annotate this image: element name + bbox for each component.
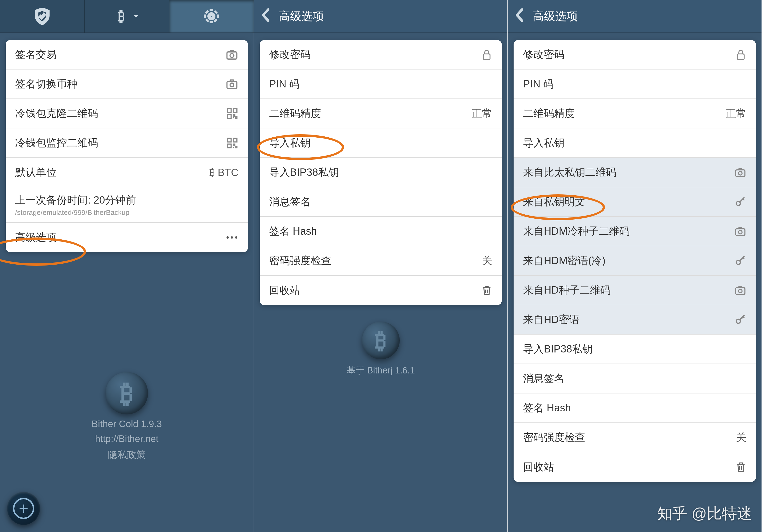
- row-qr-precision[interactable]: 二维码精度 正常: [513, 99, 756, 128]
- row-value: 关: [736, 431, 746, 444]
- row-cold-monitor-qr[interactable]: 冷钱包监控二维码: [6, 128, 248, 158]
- svg-rect-20: [736, 229, 745, 235]
- row-recycle-bin[interactable]: 回收站: [260, 276, 502, 305]
- svg-rect-9: [227, 138, 231, 142]
- svg-point-5: [230, 83, 234, 87]
- row-sign-hash[interactable]: 签名 Hash: [513, 393, 756, 423]
- svg-point-12: [226, 236, 229, 239]
- key-icon: [734, 255, 746, 267]
- svg-rect-8: [227, 114, 231, 118]
- row-label: 导入BIP38私钥: [523, 342, 593, 356]
- svg-rect-15: [484, 54, 490, 60]
- row-label: 签名切换币种: [15, 77, 77, 91]
- svg-rect-16: [737, 54, 744, 60]
- row-label: 密码强度检查: [523, 431, 585, 444]
- svg-point-24: [738, 289, 742, 293]
- key-icon: [734, 313, 746, 326]
- row-label: 默认单位: [15, 166, 56, 179]
- row-msg-sign[interactable]: 消息签名: [513, 364, 756, 393]
- camera-icon: [734, 225, 746, 237]
- row-label: 回收站: [523, 460, 554, 474]
- privacy-link[interactable]: 隐私政策: [108, 448, 146, 461]
- row-label: 回收站: [269, 284, 300, 297]
- camera-icon: [225, 48, 239, 61]
- row-change-password[interactable]: 修改密码: [513, 40, 756, 70]
- row-label: 来自比太私钥二维码: [523, 166, 616, 179]
- row-value: 关: [482, 254, 493, 268]
- row-pw-strength[interactable]: 密码强度检查 关: [513, 423, 756, 452]
- svg-rect-7: [233, 108, 237, 112]
- fab-add[interactable]: +: [7, 492, 40, 525]
- row-label: 修改密码: [523, 47, 565, 61]
- camera-icon: [225, 78, 239, 91]
- row-cold-clone-qr[interactable]: 冷钱包克隆二维码: [6, 99, 248, 128]
- row-import-bip38[interactable]: 导入BIP38私钥: [513, 335, 756, 364]
- row-label: 来自HDM冷种子二维码: [523, 224, 630, 238]
- row-from-hdm-phrase[interactable]: 来自HDM密语(冷): [513, 246, 756, 276]
- advanced-card: 修改密码 PIN 码 二维码精度 正常 导入私钥 导入BIP38私钥 消息签名 …: [260, 40, 502, 305]
- row-last-backup[interactable]: 上一次备份时间: 20分钟前 /storage/emulated/999/Bit…: [6, 187, 248, 223]
- row-pw-strength[interactable]: 密码强度检查 关: [260, 246, 502, 276]
- row-pin[interactable]: PIN 码: [260, 70, 502, 99]
- svg-point-1: [209, 14, 213, 18]
- tab-shield[interactable]: [0, 0, 85, 33]
- row-label: 密码强度检查: [269, 254, 332, 268]
- row-import-privkey[interactable]: 导入私钥: [260, 128, 502, 158]
- row-from-privkey-text[interactable]: 来自私钥明文: [513, 187, 756, 217]
- row-recycle-bin[interactable]: 回收站: [513, 452, 756, 482]
- footer-info-2: ₿ 基于 Bitherj 1.6.1: [358, 322, 403, 376]
- row-sign-tx[interactable]: 签名交易: [6, 40, 248, 70]
- watermark: 知乎 @比特迷: [657, 503, 752, 524]
- row-from-hd-phrase[interactable]: 来自HD密语: [513, 305, 756, 335]
- svg-text:₿: ₿: [117, 9, 125, 24]
- app-name: Bither Cold 1.9.3: [92, 419, 162, 429]
- row-label: PIN 码: [269, 77, 300, 91]
- row-label: PIN 码: [523, 77, 554, 91]
- row-default-unit[interactable]: 默认单位 ₿ BTC: [6, 158, 248, 187]
- row-import-privkey[interactable]: 导入私钥: [513, 128, 756, 158]
- pane-advanced-expanded: 高级选项 修改密码 PIN 码 二维码精度 正常 导入私钥 来自比太私钥二维码 …: [508, 0, 762, 532]
- row-label: 上一次备份时间: 20分钟前: [15, 193, 136, 207]
- row-pin[interactable]: PIN 码: [513, 70, 756, 99]
- row-from-hdm-seed-qr[interactable]: 来自HDM冷种子二维码: [513, 217, 756, 246]
- svg-point-18: [738, 171, 742, 175]
- page-title: 高级选项: [533, 9, 578, 24]
- row-advanced[interactable]: 高级选项: [6, 223, 248, 252]
- row-label: 来自HD种子二维码: [523, 283, 611, 297]
- svg-rect-11: [227, 144, 231, 148]
- tab-settings-gear[interactable]: [169, 0, 254, 33]
- row-value: ₿ BTC: [209, 166, 238, 178]
- subheader: 高级选项: [508, 0, 762, 33]
- qr-icon: [226, 137, 239, 149]
- back-button[interactable]: [515, 8, 524, 25]
- row-label: 冷钱包克隆二维码: [15, 106, 98, 120]
- row-sign-switch-coin[interactable]: 签名切换币种: [6, 70, 248, 99]
- row-msg-sign[interactable]: 消息签名: [260, 187, 502, 217]
- page-title: 高级选项: [279, 9, 324, 24]
- row-sign-hash[interactable]: 签名 Hash: [260, 217, 502, 246]
- tab-bitcoin[interactable]: ₿: [85, 0, 169, 33]
- svg-rect-10: [233, 138, 237, 142]
- row-label: 导入私钥: [523, 136, 565, 150]
- svg-rect-6: [227, 108, 231, 112]
- app-url[interactable]: http://Bither.net: [95, 433, 158, 444]
- row-change-password[interactable]: 修改密码: [260, 40, 502, 70]
- qr-icon: [226, 107, 239, 120]
- row-import-bip38[interactable]: 导入BIP38私钥: [260, 158, 502, 187]
- back-button[interactable]: [261, 8, 270, 25]
- row-label: 导入私钥: [269, 136, 311, 150]
- tab-bar: ₿: [0, 0, 254, 33]
- plus-icon: +: [13, 498, 34, 519]
- row-value: 正常: [472, 106, 493, 120]
- svg-point-3: [230, 53, 234, 57]
- lock-icon: [481, 48, 493, 61]
- row-qr-precision[interactable]: 二维码精度 正常: [260, 99, 502, 128]
- row-from-bither-qr[interactable]: 来自比太私钥二维码: [513, 158, 756, 187]
- row-label: 修改密码: [269, 47, 311, 61]
- trash-icon: [735, 461, 746, 473]
- svg-rect-17: [736, 170, 745, 176]
- row-label: 来自HDM密语(冷): [523, 254, 605, 268]
- settings-card: 签名交易 签名切换币种 冷钱包克隆二维码 冷钱包监控二维码 默认单位 ₿ BTC…: [6, 40, 248, 252]
- svg-point-21: [738, 230, 742, 234]
- row-from-hd-seed-qr[interactable]: 来自HD种子二维码: [513, 276, 756, 305]
